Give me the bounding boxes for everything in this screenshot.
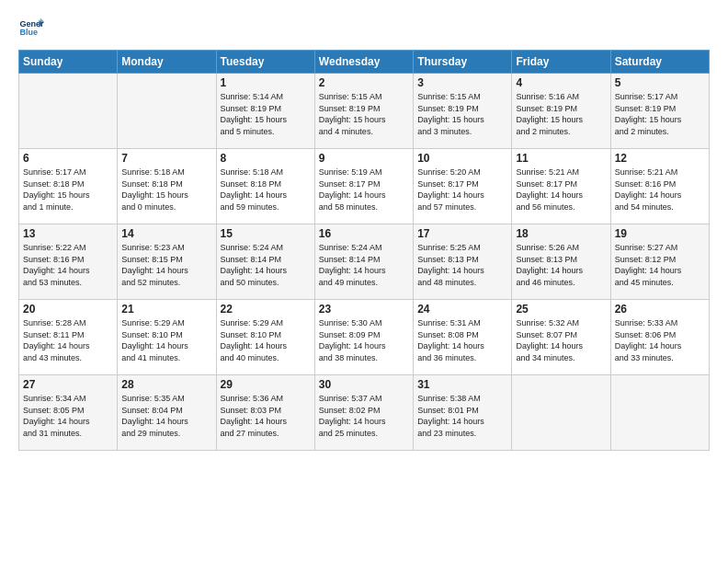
day-number: 13 [23,227,113,240]
day-number: 12 [615,152,705,165]
header: General Blue [18,15,710,40]
day-cell: 13Sunrise: 5:22 AM Sunset: 8:16 PM Dayli… [19,224,118,300]
day-number: 18 [516,227,606,240]
day-cell: 22Sunrise: 5:29 AM Sunset: 8:10 PM Dayli… [216,300,314,375]
day-info: Sunrise: 5:25 AM Sunset: 8:13 PM Dayligh… [417,242,507,288]
day-number: 23 [319,303,409,316]
day-info: Sunrise: 5:28 AM Sunset: 8:11 PM Dayligh… [23,317,113,363]
day-number: 16 [319,227,409,240]
day-number: 10 [417,152,507,165]
day-info: Sunrise: 5:16 AM Sunset: 8:19 PM Dayligh… [516,91,606,137]
day-number: 7 [121,152,211,165]
day-number: 19 [615,227,705,240]
day-info: Sunrise: 5:24 AM Sunset: 8:14 PM Dayligh… [319,242,409,288]
day-info: Sunrise: 5:35 AM Sunset: 8:04 PM Dayligh… [121,393,211,439]
day-cell [512,375,610,451]
day-info: Sunrise: 5:30 AM Sunset: 8:09 PM Dayligh… [319,317,409,363]
week-row-4: 20Sunrise: 5:28 AM Sunset: 8:11 PM Dayli… [19,300,710,375]
day-number: 25 [516,303,606,316]
day-cell: 10Sunrise: 5:20 AM Sunset: 8:17 PM Dayli… [414,149,512,224]
day-number: 15 [221,227,311,240]
col-header-sunday: Sunday [19,51,118,74]
day-info: Sunrise: 5:29 AM Sunset: 8:10 PM Dayligh… [221,317,311,363]
day-cell: 6Sunrise: 5:17 AM Sunset: 8:18 PM Daylig… [19,149,118,224]
day-number: 27 [23,378,113,391]
day-number: 2 [319,76,409,89]
day-info: Sunrise: 5:34 AM Sunset: 8:05 PM Dayligh… [23,393,113,439]
day-info: Sunrise: 5:33 AM Sunset: 8:06 PM Dayligh… [615,317,705,363]
day-cell [610,375,709,451]
day-cell [19,74,118,149]
col-header-wednesday: Wednesday [314,51,413,74]
day-cell: 11Sunrise: 5:21 AM Sunset: 8:17 PM Dayli… [512,149,610,224]
day-number: 21 [121,303,211,316]
day-cell: 18Sunrise: 5:26 AM Sunset: 8:13 PM Dayli… [512,224,610,300]
day-cell: 20Sunrise: 5:28 AM Sunset: 8:11 PM Dayli… [19,300,118,375]
day-info: Sunrise: 5:20 AM Sunset: 8:17 PM Dayligh… [417,167,507,213]
day-info: Sunrise: 5:17 AM Sunset: 8:18 PM Dayligh… [23,167,113,213]
day-cell: 7Sunrise: 5:18 AM Sunset: 8:18 PM Daylig… [118,149,216,224]
day-cell: 30Sunrise: 5:37 AM Sunset: 8:02 PM Dayli… [314,375,413,451]
day-info: Sunrise: 5:14 AM Sunset: 8:19 PM Dayligh… [221,91,311,137]
day-cell: 3Sunrise: 5:15 AM Sunset: 8:19 PM Daylig… [414,74,512,149]
day-cell: 15Sunrise: 5:24 AM Sunset: 8:14 PM Dayli… [216,224,314,300]
day-number: 20 [23,303,113,316]
day-info: Sunrise: 5:26 AM Sunset: 8:13 PM Dayligh… [516,242,606,288]
logo: General Blue [18,15,44,40]
day-cell: 21Sunrise: 5:29 AM Sunset: 8:10 PM Dayli… [118,300,216,375]
day-info: Sunrise: 5:21 AM Sunset: 8:16 PM Dayligh… [615,167,705,213]
day-number: 22 [221,303,311,316]
col-header-saturday: Saturday [610,51,709,74]
day-number: 4 [516,76,606,89]
day-info: Sunrise: 5:15 AM Sunset: 8:19 PM Dayligh… [417,91,507,137]
day-cell: 19Sunrise: 5:27 AM Sunset: 8:12 PM Dayli… [610,224,709,300]
day-cell: 27Sunrise: 5:34 AM Sunset: 8:05 PM Dayli… [19,375,118,451]
day-number: 1 [221,76,311,89]
calendar-table: SundayMondayTuesdayWednesdayThursdayFrid… [18,50,710,451]
day-info: Sunrise: 5:22 AM Sunset: 8:16 PM Dayligh… [23,242,113,288]
day-cell: 9Sunrise: 5:19 AM Sunset: 8:17 PM Daylig… [314,149,413,224]
col-header-friday: Friday [512,51,610,74]
day-number: 3 [417,76,507,89]
day-number: 8 [221,152,311,165]
day-info: Sunrise: 5:37 AM Sunset: 8:02 PM Dayligh… [319,393,409,439]
day-cell: 4Sunrise: 5:16 AM Sunset: 8:19 PM Daylig… [512,74,610,149]
col-header-thursday: Thursday [414,51,512,74]
day-cell: 23Sunrise: 5:30 AM Sunset: 8:09 PM Dayli… [314,300,413,375]
week-row-3: 13Sunrise: 5:22 AM Sunset: 8:16 PM Dayli… [19,224,710,300]
day-number: 28 [121,378,211,391]
day-info: Sunrise: 5:21 AM Sunset: 8:17 PM Dayligh… [516,167,606,213]
day-info: Sunrise: 5:31 AM Sunset: 8:08 PM Dayligh… [417,317,507,363]
day-number: 24 [417,303,507,316]
col-header-tuesday: Tuesday [216,51,314,74]
day-number: 31 [417,378,507,391]
day-info: Sunrise: 5:24 AM Sunset: 8:14 PM Dayligh… [221,242,311,288]
day-cell: 12Sunrise: 5:21 AM Sunset: 8:16 PM Dayli… [610,149,709,224]
svg-text:Blue: Blue [19,28,38,37]
day-number: 9 [319,152,409,165]
day-number: 29 [221,378,311,391]
day-info: Sunrise: 5:19 AM Sunset: 8:17 PM Dayligh… [319,167,409,213]
day-cell: 29Sunrise: 5:36 AM Sunset: 8:03 PM Dayli… [216,375,314,451]
day-info: Sunrise: 5:27 AM Sunset: 8:12 PM Dayligh… [615,242,705,288]
day-number: 30 [319,378,409,391]
day-info: Sunrise: 5:29 AM Sunset: 8:10 PM Dayligh… [121,317,211,363]
day-cell: 31Sunrise: 5:38 AM Sunset: 8:01 PM Dayli… [414,375,512,451]
day-cell: 14Sunrise: 5:23 AM Sunset: 8:15 PM Dayli… [118,224,216,300]
day-info: Sunrise: 5:32 AM Sunset: 8:07 PM Dayligh… [516,317,606,363]
day-number: 6 [23,152,113,165]
col-header-monday: Monday [118,51,216,74]
day-cell: 28Sunrise: 5:35 AM Sunset: 8:04 PM Dayli… [118,375,216,451]
day-info: Sunrise: 5:17 AM Sunset: 8:19 PM Dayligh… [615,91,705,137]
day-cell [118,74,216,149]
day-cell: 26Sunrise: 5:33 AM Sunset: 8:06 PM Dayli… [610,300,709,375]
day-cell: 5Sunrise: 5:17 AM Sunset: 8:19 PM Daylig… [610,74,709,149]
day-cell: 16Sunrise: 5:24 AM Sunset: 8:14 PM Dayli… [314,224,413,300]
day-info: Sunrise: 5:18 AM Sunset: 8:18 PM Dayligh… [121,167,211,213]
day-cell: 8Sunrise: 5:18 AM Sunset: 8:18 PM Daylig… [216,149,314,224]
week-row-5: 27Sunrise: 5:34 AM Sunset: 8:05 PM Dayli… [19,375,710,451]
day-cell: 25Sunrise: 5:32 AM Sunset: 8:07 PM Dayli… [512,300,610,375]
week-row-1: 1Sunrise: 5:14 AM Sunset: 8:19 PM Daylig… [19,74,710,149]
day-number: 14 [121,227,211,240]
week-row-2: 6Sunrise: 5:17 AM Sunset: 8:18 PM Daylig… [19,149,710,224]
